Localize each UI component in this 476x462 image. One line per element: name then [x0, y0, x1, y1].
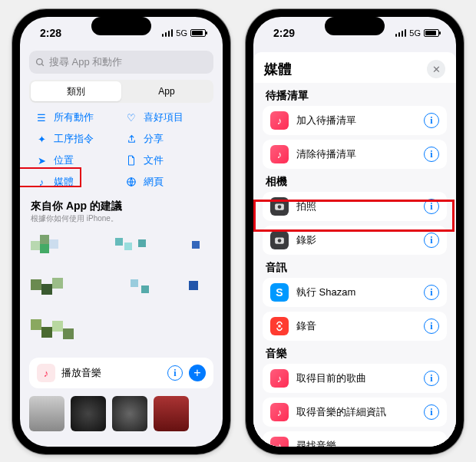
apple-music-icon: ♪: [37, 364, 55, 382]
action-label: 尋找音樂: [296, 439, 439, 447]
dynamic-island: [325, 17, 385, 35]
signal-icon: [162, 29, 174, 37]
wand-icon: ✦: [35, 134, 48, 145]
album-art[interactable]: [154, 396, 189, 431]
dynamic-island: [91, 17, 151, 35]
cat-documents[interactable]: 文件: [125, 153, 207, 167]
cat-scripting[interactable]: ✦ 工序指令: [35, 132, 117, 146]
action-music-detail[interactable]: ♪ 取得音樂的詳細資訊 i: [263, 398, 447, 427]
svg-rect-3: [31, 241, 40, 250]
cat-label: 位置: [54, 153, 74, 167]
svg-point-0: [37, 58, 43, 64]
apple-music-icon: ♪: [270, 369, 289, 388]
battery-icon: [190, 29, 206, 37]
group-playlist: 待播清單: [253, 83, 456, 106]
apple-music-icon: ♪: [270, 403, 289, 421]
svg-rect-19: [52, 321, 63, 332]
action-add-up-next[interactable]: ♪ 加入待播清單 i: [263, 106, 447, 135]
red-highlight-media: [20, 167, 81, 187]
cat-label: 喜好項目: [144, 111, 183, 124]
info-icon[interactable]: i: [424, 318, 439, 334]
cat-all-actions[interactable]: ☰ 所有動作: [35, 111, 117, 124]
action-record-audio[interactable]: 錄音 i: [263, 312, 447, 341]
info-icon[interactable]: i: [424, 233, 439, 248]
svg-rect-14: [131, 279, 138, 287]
svg-rect-20: [63, 328, 74, 339]
info-icon[interactable]: i: [167, 365, 183, 381]
network-label: 5G: [409, 28, 421, 38]
clock: 2:28: [40, 27, 61, 39]
info-icon[interactable]: i: [424, 404, 439, 420]
list-icon: ☰: [35, 112, 48, 124]
battery-icon: [424, 29, 439, 37]
svg-rect-11: [31, 279, 41, 290]
svg-rect-4: [40, 235, 49, 244]
info-icon[interactable]: i: [424, 285, 439, 300]
svg-line-1: [41, 64, 44, 66]
search-icon: [35, 58, 45, 68]
search-placeholder: 搜尋 App 和動作: [49, 55, 122, 69]
cat-web[interactable]: 網頁: [125, 175, 207, 189]
cat-label: 網頁: [144, 175, 164, 189]
status-right: 5G: [162, 28, 206, 38]
play-music-label: 播放音樂: [61, 366, 161, 380]
media-sheet: 媒體 ✕ 待播清單 ♪ 加入待播清單 i ♪ 清除待播清單 i 相機: [253, 52, 456, 447]
screen-left: 2:28 5G 搜尋 App 和動作 類別 App ☰ 所有動作 ♡ 喜好項目: [20, 17, 223, 447]
seg-apps[interactable]: App: [121, 81, 212, 101]
group-music: 音樂: [253, 341, 456, 364]
svg-rect-7: [115, 238, 123, 246]
clock: 2:29: [273, 27, 295, 39]
share-icon: [125, 134, 137, 144]
add-button[interactable]: +: [189, 365, 206, 381]
action-label: 取得目前的歌曲: [296, 371, 416, 385]
info-icon[interactable]: i: [424, 147, 439, 162]
info-icon[interactable]: i: [424, 371, 439, 386]
play-music-card[interactable]: ♪ 播放音樂 i +: [29, 358, 213, 388]
action-find-music[interactable]: ♪ 尋找音樂: [263, 431, 447, 447]
screen-right: 2:29 5G 媒體 ✕ 待播清單 ♪ 加入待播清單 i ♪: [253, 17, 456, 447]
action-label: 錄影: [296, 233, 416, 247]
shazam-icon: S: [270, 283, 289, 302]
cat-favorites[interactable]: ♡ 喜好項目: [125, 111, 207, 124]
segmented-control[interactable]: 類別 App: [29, 80, 213, 103]
cat-label: 分享: [144, 132, 164, 146]
sheet-title: 媒體: [264, 60, 427, 78]
svg-rect-8: [124, 243, 132, 250]
action-clear-up-next[interactable]: ♪ 清除待播清單 i: [263, 140, 447, 169]
action-current-song[interactable]: ♪ 取得目前的歌曲 i: [263, 364, 447, 393]
svg-rect-12: [41, 284, 52, 295]
signal-icon: [395, 29, 407, 37]
close-button[interactable]: ✕: [427, 60, 445, 78]
album-art[interactable]: [112, 396, 147, 431]
info-icon[interactable]: i: [424, 113, 439, 128]
group-audio: 音訊: [253, 255, 456, 278]
category-grid: ☰ 所有動作 ♡ 喜好項目 ✦ 工序指令 分享 ➤ 位置: [20, 111, 223, 192]
location-icon: ➤: [35, 155, 48, 167]
svg-rect-13: [52, 278, 63, 289]
album-art[interactable]: [29, 396, 64, 431]
album-art[interactable]: [71, 396, 106, 431]
svg-rect-10: [192, 241, 200, 249]
suggestion-row-blurred[interactable]: [31, 232, 212, 267]
action-label: 加入待播清單: [296, 114, 416, 127]
status-right: 5G: [395, 28, 439, 38]
pixelated-icon: [31, 318, 138, 347]
svg-rect-6: [49, 239, 58, 249]
svg-rect-16: [189, 281, 198, 290]
svg-rect-17: [31, 319, 41, 330]
action-label: 取得音樂的詳細資訊: [296, 405, 416, 419]
cat-location[interactable]: ➤ 位置: [35, 153, 117, 167]
svg-rect-5: [40, 244, 49, 253]
phone-left: 2:28 5G 搜尋 App 和動作 類別 App ☰ 所有動作 ♡ 喜好項目: [12, 9, 230, 454]
action-label: 清除待播清單: [296, 147, 416, 161]
seg-categories[interactable]: 類別: [31, 81, 121, 101]
suggestion-row-blurred[interactable]: [31, 273, 212, 309]
apple-music-icon: ♪: [270, 111, 289, 130]
globe-icon: [125, 177, 137, 187]
suggestion-row-blurred[interactable]: [31, 315, 212, 350]
cat-label: 工序指令: [54, 132, 94, 146]
search-input[interactable]: 搜尋 App 和動作: [29, 51, 213, 74]
cat-share[interactable]: 分享: [125, 132, 207, 146]
cat-label: 文件: [144, 153, 164, 167]
action-shazam[interactable]: S 執行 Shazam i: [263, 278, 447, 307]
